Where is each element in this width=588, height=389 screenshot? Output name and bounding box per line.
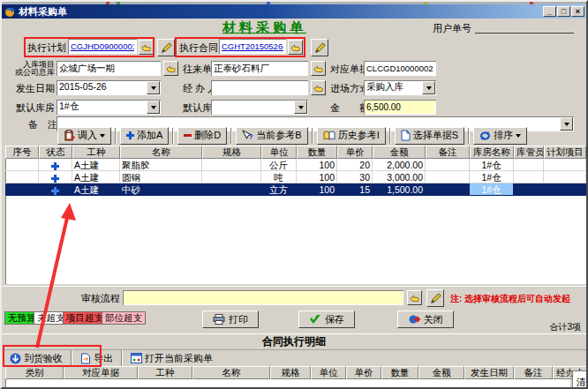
column-header[interactable]: 单价 (337, 146, 373, 159)
print-button[interactable]: 打印 (202, 310, 259, 328)
doc-input[interactable] (364, 61, 436, 76)
toolbar-separator (115, 128, 117, 144)
table-row[interactable]: A土建 圆钢 吨 100 30 3,000.00 1#仓 (5, 171, 586, 183)
history-reference-button[interactable]: 历史参考I (317, 127, 386, 145)
exec-contract-edit-button[interactable] (311, 39, 328, 56)
column-header[interactable]: 规格 (202, 146, 261, 159)
audit-edit-button[interactable] (426, 289, 444, 307)
project-pick-button[interactable] (163, 61, 178, 76)
project-input[interactable] (57, 61, 161, 76)
exec-contract-pick-button[interactable] (288, 40, 303, 55)
open-current-po-button[interactable]: 打开当前采购单 (126, 351, 217, 366)
cell-amount: 3,000.00 (373, 171, 426, 183)
amount-input[interactable] (364, 100, 436, 115)
audit-note-text: 注: 选择审核流程后可自动发起 (450, 293, 570, 305)
window-titlebar: 材料采购单 _ □ × (2, 4, 586, 19)
exec-plan-pick-button[interactable] (139, 40, 154, 55)
partner-input[interactable] (211, 61, 308, 76)
column-header[interactable]: 库房名称 (470, 146, 514, 159)
entry-mode-value: 采购入库 (364, 80, 421, 95)
goods-receipt-button[interactable]: 到货验收 (5, 351, 67, 366)
audit-flow-input[interactable] (123, 290, 403, 305)
warehouse-dropdown-button[interactable] (147, 101, 160, 114)
cell-keeper (514, 171, 544, 183)
toolbar-separator (468, 128, 470, 144)
project-label: 入库项目 或公司总库 (5, 61, 55, 77)
column-header[interactable]: 备注 (426, 146, 470, 159)
column-header[interactable]: 金额 (418, 366, 464, 379)
column-header[interactable]: 类别 (5, 366, 64, 379)
close-button[interactable]: × (571, 6, 584, 17)
export-button[interactable]: 导出 (76, 351, 117, 366)
exec-contract-input[interactable] (219, 39, 286, 54)
cell-keeper (514, 159, 544, 171)
date-combobox[interactable]: 2015-05-26 (57, 80, 161, 95)
table-row-selected[interactable]: A土建 中砂 立方 100 15 1,500.00 1#仓 (5, 183, 586, 196)
current-reference-button[interactable]: ? 当前参考B (236, 127, 307, 145)
toolbar-separator (172, 128, 174, 144)
cell-seq (5, 159, 39, 171)
column-header[interactable]: 名称 (120, 146, 202, 159)
import-label: 调入 (78, 129, 97, 142)
handler-input[interactable] (211, 80, 308, 95)
cell-warehouse: 1#仓 (470, 183, 514, 196)
delete-button[interactable]: 删除D (177, 127, 227, 145)
entry-mode-dropdown-button[interactable] (422, 81, 435, 94)
window-title: 材料采购单 (19, 5, 67, 19)
date-dropdown-button[interactable] (147, 81, 160, 94)
column-header[interactable]: 单价 (346, 366, 381, 379)
row-status-plus-icon (51, 162, 59, 170)
status-badge: 项目超支 (63, 311, 107, 325)
maximize-button[interactable]: □ (557, 6, 570, 17)
exec-plan-edit-button[interactable] (157, 39, 175, 56)
cell-spec (202, 171, 261, 183)
column-header[interactable]: 备注 (514, 366, 553, 379)
sort-button[interactable]: 排序 (473, 127, 527, 145)
column-header[interactable]: 单位 (261, 146, 297, 159)
partial-right-panel: 清 (572, 370, 588, 389)
add-button[interactable]: 添加A (120, 127, 169, 145)
cell-qty: 100 (297, 171, 337, 183)
column-header[interactable]: 状态 (39, 146, 72, 159)
column-header[interactable]: 单位 (311, 366, 346, 379)
chevron-down-icon (298, 106, 304, 112)
cell-note (426, 171, 470, 183)
cell-trade: A土建 (72, 171, 120, 183)
entry-mode-combobox[interactable]: 采购入库 (364, 80, 436, 95)
column-header[interactable]: 数量 (297, 146, 337, 159)
export-label: 导出 (94, 352, 113, 365)
default-warehouse-combobox[interactable]: 1#仓 (57, 100, 161, 115)
handler-pick-button[interactable] (311, 80, 326, 95)
cell-spec (202, 183, 261, 196)
keeper-dropdown-button[interactable] (294, 101, 307, 114)
exec-plan-input[interactable] (68, 39, 137, 54)
column-header[interactable]: 对应单据 (64, 366, 138, 379)
table-row[interactable]: A土建 聚脂胶 公斤 100 20 2,000.00 1#仓 (5, 159, 586, 171)
delete-label: 删除D (194, 129, 221, 142)
column-header[interactable]: 工种 (138, 366, 192, 379)
cell-price: 20 (337, 159, 373, 171)
cell-price: 15 (337, 183, 373, 196)
select-document-button[interactable]: 选择单据S (395, 127, 464, 145)
column-header[interactable]: 序号 (5, 146, 39, 159)
print-label: 打印 (229, 313, 248, 326)
hand-pick-icon (313, 84, 324, 93)
column-header[interactable]: 规格 (270, 366, 311, 379)
column-header[interactable]: 计划项目 (544, 146, 586, 159)
save-button[interactable]: 保存 (298, 310, 355, 328)
import-button[interactable]: 调入 (57, 127, 111, 145)
column-header[interactable]: 工种 (72, 146, 120, 159)
close-form-button[interactable]: 关闭 (397, 310, 454, 328)
audit-pick-button[interactable] (407, 290, 422, 305)
column-header[interactable]: 发生日期 (464, 366, 514, 379)
default-keeper-combobox[interactable] (211, 100, 308, 115)
minimize-button[interactable]: _ (543, 6, 556, 17)
column-header[interactable]: 库管员 (514, 146, 544, 159)
cell-plan-item (544, 171, 586, 183)
contract-grid-body (5, 379, 570, 389)
column-header[interactable]: 数量 (381, 366, 418, 379)
partner-pick-button[interactable] (311, 61, 326, 76)
column-header[interactable]: 名称 (192, 366, 270, 379)
cell-qty: 100 (297, 159, 337, 171)
column-header[interactable]: 金额 (373, 146, 426, 159)
